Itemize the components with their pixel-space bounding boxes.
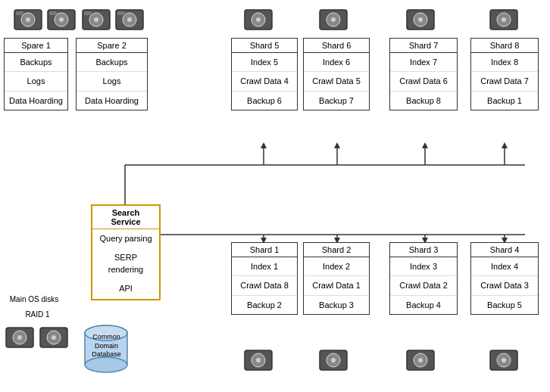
shard5-item0: Index 5 bbox=[232, 53, 297, 72]
svg-point-23 bbox=[26, 17, 30, 22]
disk-spare2-2 bbox=[114, 4, 145, 36]
shard5-title: Shard 5 bbox=[232, 39, 297, 53]
shard7-item1: Crawl Data 6 bbox=[390, 72, 457, 91]
shard1-title: Shard 1 bbox=[232, 243, 297, 257]
svg-marker-2 bbox=[261, 142, 267, 148]
shard2-box: Shard 2 Index 2 Crawl Data 1 Backup 3 bbox=[303, 242, 370, 315]
shard6-box: Shard 6 Index 6 Crawl Data 5 Backup 7 bbox=[303, 38, 370, 110]
disk-spare1-1 bbox=[12, 4, 44, 36]
spare1-item1: Logs bbox=[5, 72, 67, 91]
svg-marker-8 bbox=[502, 142, 508, 148]
diagram: Spare 1 Backups Logs Data Hoarding Spare… bbox=[0, 0, 550, 392]
shard2-item0: Index 2 bbox=[304, 257, 369, 276]
shard5-box: Shard 5 Index 5 Crawl Data 4 Backup 6 bbox=[231, 38, 298, 110]
shard1-item0: Index 1 bbox=[232, 257, 297, 276]
shard4-item1: Crawl Data 3 bbox=[471, 276, 538, 295]
disk-main-os-2 bbox=[38, 322, 70, 353]
svg-marker-4 bbox=[334, 142, 340, 148]
common-domain-db-label: Common Domain Database bbox=[82, 333, 131, 359]
shard6-item0: Index 6 bbox=[304, 53, 369, 72]
main-os-disks-label: Main OS disks bbox=[4, 295, 64, 303]
svg-point-39 bbox=[256, 17, 261, 22]
shard5-item2: Backup 6 bbox=[232, 92, 297, 110]
svg-point-45 bbox=[418, 17, 423, 22]
shard4-item2: Backup 5 bbox=[471, 296, 538, 314]
svg-marker-6 bbox=[422, 142, 428, 148]
disk-shard7 bbox=[405, 4, 436, 36]
shard4-title: Shard 4 bbox=[471, 243, 538, 257]
search-service-item0: Query parsing bbox=[92, 229, 159, 248]
svg-rect-24 bbox=[16, 11, 23, 15]
shard7-title: Shard 7 bbox=[390, 39, 457, 53]
svg-point-66 bbox=[52, 335, 56, 340]
shard1-box: Shard 1 Index 1 Crawl Data 8 Backup 2 bbox=[231, 242, 298, 315]
svg-rect-36 bbox=[117, 11, 125, 15]
shard3-item1: Crawl Data 2 bbox=[390, 276, 457, 295]
shard4-box: Shard 4 Index 4 Crawl Data 3 Backup 5 bbox=[470, 242, 539, 315]
shard7-item2: Backup 8 bbox=[390, 92, 457, 110]
svg-point-48 bbox=[502, 17, 506, 22]
spare2-item1: Logs bbox=[77, 72, 147, 91]
svg-point-31 bbox=[94, 17, 98, 22]
common-domain-db: Common Domain Database bbox=[82, 322, 131, 377]
shard7-item0: Index 7 bbox=[390, 53, 457, 72]
spare2-title: Spare 2 bbox=[77, 39, 147, 53]
shard6-item2: Backup 7 bbox=[304, 92, 369, 110]
shard7-box: Shard 7 Index 7 Crawl Data 6 Backup 8 bbox=[389, 38, 458, 110]
svg-point-35 bbox=[127, 17, 132, 22]
svg-rect-28 bbox=[49, 11, 57, 15]
svg-point-54 bbox=[331, 358, 336, 362]
spare1-title: Spare 1 bbox=[5, 39, 67, 53]
shard4-item0: Index 4 bbox=[471, 257, 538, 276]
shard8-item1: Crawl Data 7 bbox=[471, 72, 538, 91]
shard2-title: Shard 2 bbox=[304, 243, 369, 257]
spare2-item2: Data Hoarding bbox=[77, 92, 147, 110]
disk-shard8 bbox=[488, 4, 520, 36]
search-service-box: Search Service Query parsing SERP render… bbox=[91, 204, 161, 300]
spare1-box: Spare 1 Backups Logs Data Hoarding bbox=[4, 38, 68, 110]
disk-shard5 bbox=[242, 4, 274, 36]
search-service-item2: API bbox=[92, 279, 159, 298]
spare1-item2: Data Hoarding bbox=[5, 92, 67, 110]
svg-point-57 bbox=[418, 358, 423, 362]
shard1-item1: Crawl Data 8 bbox=[232, 276, 297, 295]
search-service-item1: SERP rendering bbox=[92, 248, 159, 279]
spare2-item0: Backups bbox=[77, 53, 147, 72]
shard3-item2: Backup 4 bbox=[390, 296, 457, 314]
svg-point-51 bbox=[256, 358, 261, 362]
raid-label: RAID 1 bbox=[17, 310, 58, 319]
disk-spare2-1 bbox=[80, 4, 112, 36]
shard8-title: Shard 8 bbox=[471, 39, 538, 53]
disk-shard6 bbox=[317, 4, 349, 36]
shard8-item0: Index 8 bbox=[471, 53, 538, 72]
spare1-item0: Backups bbox=[5, 53, 67, 72]
svg-point-27 bbox=[59, 17, 64, 22]
shard5-item1: Crawl Data 4 bbox=[232, 72, 297, 91]
shard6-item1: Crawl Data 5 bbox=[304, 72, 369, 91]
shard6-title: Shard 6 bbox=[304, 39, 369, 53]
shard1-item2: Backup 2 bbox=[232, 296, 297, 314]
shard8-box: Shard 8 Index 8 Crawl Data 7 Backup 1 bbox=[470, 38, 539, 110]
disk-shard4-bottom bbox=[488, 344, 520, 376]
shard8-item2: Backup 1 bbox=[471, 92, 538, 110]
svg-point-63 bbox=[17, 335, 22, 340]
disk-shard2-bottom bbox=[317, 344, 349, 376]
shard3-box: Shard 3 Index 3 Crawl Data 2 Backup 4 bbox=[389, 242, 458, 315]
shard2-item1: Crawl Data 1 bbox=[304, 276, 369, 295]
disk-shard1-bottom bbox=[242, 344, 274, 376]
svg-point-42 bbox=[331, 17, 336, 22]
svg-rect-32 bbox=[84, 11, 92, 15]
disk-main-os-1 bbox=[4, 322, 36, 353]
disk-shard3-bottom bbox=[405, 344, 436, 376]
shard3-title: Shard 3 bbox=[390, 243, 457, 257]
shard3-item0: Index 3 bbox=[390, 257, 457, 276]
svg-point-60 bbox=[502, 358, 506, 362]
spare2-box: Spare 2 Backups Logs Data Hoarding bbox=[76, 38, 148, 110]
shard2-item2: Backup 3 bbox=[304, 296, 369, 314]
search-service-title: Search Service bbox=[92, 206, 159, 229]
disk-spare1-2 bbox=[45, 4, 77, 36]
